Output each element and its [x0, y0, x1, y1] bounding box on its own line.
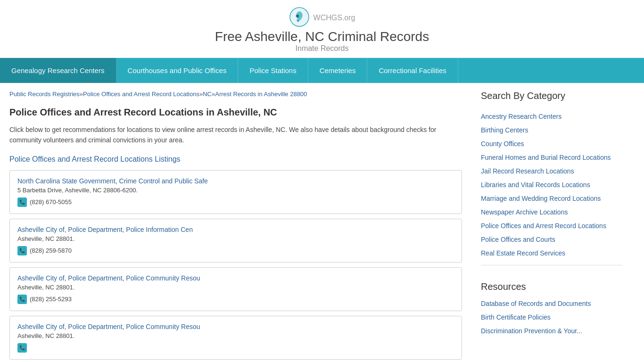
phone-icon: 📞	[17, 295, 27, 304]
listing-phone: 📞(828) 259-5870	[17, 246, 454, 255]
listing-address: 5 Barbetta Drive, Asheville, NC 28806-62…	[17, 187, 454, 194]
sidebar: Search By Category Ancestry Research Cen…	[471, 83, 632, 362]
page-header: WCHGS.org Free Asheville, NC Criminal Re…	[0, 0, 644, 58]
sidebar-category-item[interactable]: Newspaper Archive Locations	[481, 207, 622, 217]
logo-area: WCHGS.org	[289, 7, 355, 27]
nav-item-police-stations[interactable]: Police Stations	[238, 58, 308, 83]
breadcrumb-item[interactable]: Arrest Records in Asheville 28800	[215, 90, 307, 98]
sidebar-divider	[481, 265, 622, 265]
listings-heading-link[interactable]: Police Offices and Arrest Record Locatio…	[9, 155, 181, 163]
phone-number: (828) 255-5293	[30, 296, 72, 303]
page-description: Click below to get recommendations for l…	[9, 124, 462, 146]
page-heading: Police Offices and Arrest Record Locatio…	[9, 107, 462, 118]
nav-item-courthouses-and-public-offices[interactable]: Courthouses and Public Offices	[116, 58, 239, 83]
sidebar-resource-item[interactable]: Database of Records and Documents	[481, 299, 622, 309]
listing-phone: 📞(828) 255-5293	[17, 295, 454, 304]
listings-heading: Police Offices and Arrest Record Locatio…	[9, 155, 462, 164]
sidebar-category-item[interactable]: Police Offices and Courts	[481, 235, 622, 245]
listing-card: Asheville City of, Police Department, Po…	[9, 316, 462, 360]
sidebar-category-item[interactable]: Real Estate Record Services	[481, 248, 622, 258]
listing-address: Asheville, NC 28801.	[17, 284, 454, 291]
listing-address: Asheville, NC 28801.	[17, 332, 454, 339]
phone-number: (828) 670-5055	[30, 198, 72, 206]
listing-phone: 📞	[17, 343, 454, 353]
listing-phone: 📞(828) 670-5055	[17, 197, 454, 207]
logo-name: WCHGS	[314, 14, 342, 22]
logo-text: WCHGS.org	[314, 11, 355, 23]
breadcrumb-item[interactable]: NC	[203, 90, 212, 98]
sidebar-category-item[interactable]: Marriage and Wedding Record Locations	[481, 194, 622, 204]
content-wrapper: Public Records Registries»Police Offices…	[0, 83, 644, 362]
sidebar-category-item[interactable]: Jail Record Research Locations	[481, 166, 622, 176]
sidebar-category-item[interactable]: Police Offices and Arrest Record Locatio…	[481, 221, 622, 231]
listing-name[interactable]: Asheville City of, Police Department, Po…	[17, 226, 193, 233]
listings-container: North Carolina State Government, Crime C…	[9, 170, 462, 360]
listing-card: North Carolina State Government, Crime C…	[9, 170, 462, 214]
breadcrumb-separator: »	[80, 90, 83, 98]
breadcrumb-item[interactable]: Public Records Registries	[9, 90, 80, 98]
listing-name[interactable]: Asheville City of, Police Department, Po…	[17, 274, 200, 282]
sidebar-search-heading: Search By Category	[481, 90, 622, 104]
nav-item-genealogy-research-centers[interactable]: Genealogy Research Centers	[0, 58, 116, 83]
site-title: Free Asheville, NC Criminal Records	[215, 29, 429, 44]
listing-name[interactable]: North Carolina State Government, Crime C…	[17, 177, 208, 185]
phone-icon: 📞	[17, 246, 27, 255]
sidebar-category-item[interactable]: Funeral Homes and Burial Record Location…	[481, 153, 622, 163]
sidebar-resources: Database of Records and DocumentsBirth C…	[481, 299, 622, 336]
phone-icon: 📞	[17, 343, 27, 353]
main-nav: Genealogy Research CentersCourthouses an…	[0, 58, 644, 83]
resources-heading: Resources	[481, 277, 622, 292]
listing-card: Asheville City of, Police Department, Po…	[9, 267, 462, 311]
listing-name[interactable]: Asheville City of, Police Department, Po…	[17, 323, 200, 330]
logo-icon	[289, 7, 310, 27]
breadcrumb: Public Records Registries»Police Offices…	[9, 90, 462, 98]
breadcrumb-item[interactable]: Police Offices and Arrest Record Locatio…	[83, 90, 199, 98]
sidebar-resource-item[interactable]: Birth Certificate Policies	[481, 313, 622, 322]
nav-item-cemeteries[interactable]: Cemeteries	[308, 58, 368, 83]
listing-address: Asheville, NC 28801.	[17, 235, 454, 242]
sidebar-resource-item[interactable]: Discrimination Prevention & Your...	[481, 326, 622, 336]
logo-suffix: .org	[342, 14, 355, 22]
sidebar-category-item[interactable]: Birthing Centers	[481, 125, 622, 135]
site-subtitle: Inmate Records	[296, 44, 349, 53]
main-content: Public Records Registries»Police Offices…	[0, 83, 471, 362]
sidebar-category-item[interactable]: Ancestry Research Centers	[481, 112, 622, 122]
sidebar-category-item[interactable]: County Offices	[481, 139, 622, 149]
listing-card: Asheville City of, Police Department, Po…	[9, 219, 462, 263]
phone-icon: 📞	[17, 197, 27, 207]
sidebar-category-item[interactable]: Libraries and Vital Records Locations	[481, 180, 622, 190]
nav-item-correctional-facilities[interactable]: Correctional Facilities	[367, 58, 458, 83]
sidebar-categories: Ancestry Research CentersBirthing Center…	[481, 112, 622, 258]
phone-number: (828) 259-5870	[30, 247, 72, 254]
